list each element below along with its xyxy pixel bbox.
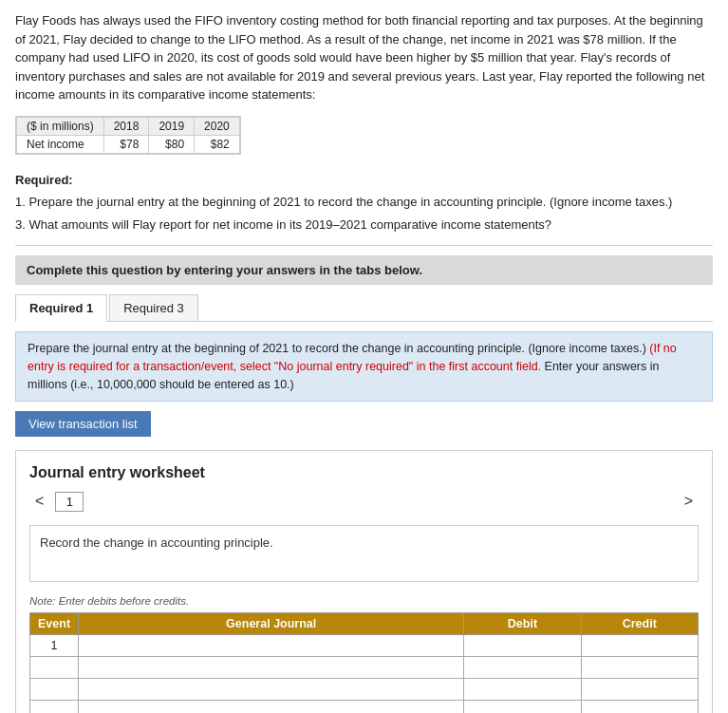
net-income-2018: $78 <box>103 135 149 153</box>
debit-input-2[interactable] <box>468 659 576 676</box>
event-cell-2 <box>30 657 79 679</box>
credit-cell-3[interactable] <box>581 679 698 701</box>
worksheet-title: Journal entry worksheet <box>29 464 699 481</box>
credit-input-2[interactable] <box>586 659 694 676</box>
info-box: Prepare the journal entry at the beginni… <box>15 331 713 402</box>
general-journal-cell-2[interactable] <box>79 657 464 679</box>
th-debit: Debit <box>464 613 581 635</box>
prev-page-button[interactable]: < <box>29 491 49 512</box>
table-row <box>30 657 699 679</box>
col-header-label: ($ in millions) <box>17 117 104 135</box>
net-income-2020: $82 <box>195 135 240 153</box>
general-journal-input-4[interactable] <box>83 703 459 713</box>
next-page-button[interactable]: > <box>679 491 699 512</box>
credit-cell-2[interactable] <box>581 657 698 679</box>
event-cell-1: 1 <box>30 635 79 657</box>
credit-input-3[interactable] <box>586 681 694 698</box>
credit-cell-4[interactable] <box>581 701 698 713</box>
record-description-text: Record the change in accounting principl… <box>40 535 273 550</box>
th-event: Event <box>30 613 79 635</box>
tab-required-1[interactable]: Required 1 <box>15 294 107 322</box>
intro-text: Flay Foods has always used the FIFO inve… <box>15 11 713 104</box>
general-journal-input-1[interactable] <box>83 637 459 654</box>
debit-cell-1[interactable] <box>464 635 581 657</box>
general-journal-input-2[interactable] <box>83 659 459 676</box>
th-credit: Credit <box>581 613 698 635</box>
debit-input-4[interactable] <box>468 703 576 713</box>
page-navigation: < 1 > <box>29 491 699 512</box>
info-main-text: Prepare the journal entry at the beginni… <box>28 342 646 355</box>
th-general-journal: General Journal <box>79 613 464 635</box>
table-row: 1 <box>30 635 699 657</box>
data-table: ($ in millions) 2018 2019 2020 Net incom… <box>16 117 240 154</box>
general-journal-cell-1[interactable] <box>79 635 464 657</box>
required-item-1: 1. Prepare the journal entry at the begi… <box>15 193 713 212</box>
journal-entry-worksheet: Journal entry worksheet < 1 > Record the… <box>15 450 713 713</box>
credit-input-4[interactable] <box>586 703 694 713</box>
record-description-box: Record the change in accounting principl… <box>29 525 699 582</box>
current-page: 1 <box>55 492 84 512</box>
col-header-2018: 2018 <box>103 117 149 135</box>
table-row <box>30 679 699 701</box>
event-cell-3 <box>30 679 79 701</box>
income-table: ($ in millions) 2018 2019 2020 Net incom… <box>15 116 241 155</box>
required-item-3: 3. What amounts will Flay report for net… <box>15 216 713 235</box>
net-income-label: Net income <box>17 135 104 153</box>
debit-input-1[interactable] <box>468 637 576 654</box>
table-row <box>30 701 699 713</box>
event-cell-4 <box>30 701 79 713</box>
note-text: Note: Enter debits before credits. <box>29 595 699 607</box>
complete-bar-text: Complete this question by entering your … <box>27 263 422 277</box>
debit-input-3[interactable] <box>468 681 576 698</box>
view-transaction-button[interactable]: View transaction list <box>15 411 151 437</box>
general-journal-cell-3[interactable] <box>79 679 464 701</box>
debit-cell-3[interactable] <box>464 679 581 701</box>
journal-table: Event General Journal Debit Credit 1 <box>29 612 699 713</box>
general-journal-input-3[interactable] <box>83 681 459 698</box>
col-header-2020: 2020 <box>195 117 240 135</box>
required-heading: Required: <box>15 173 73 187</box>
required-section: Required: 1. Prepare the journal entry a… <box>15 171 713 235</box>
debit-cell-2[interactable] <box>464 657 581 679</box>
tabs-row: Required 1 Required 3 <box>15 294 713 322</box>
credit-input-1[interactable] <box>586 637 694 654</box>
general-journal-cell-4[interactable] <box>79 701 464 713</box>
complete-bar: Complete this question by entering your … <box>15 255 713 285</box>
net-income-2019: $80 <box>149 135 195 153</box>
tab-required-3[interactable]: Required 3 <box>109 294 198 321</box>
credit-cell-1[interactable] <box>581 635 698 657</box>
debit-cell-4[interactable] <box>464 701 581 713</box>
col-header-2019: 2019 <box>149 117 195 135</box>
